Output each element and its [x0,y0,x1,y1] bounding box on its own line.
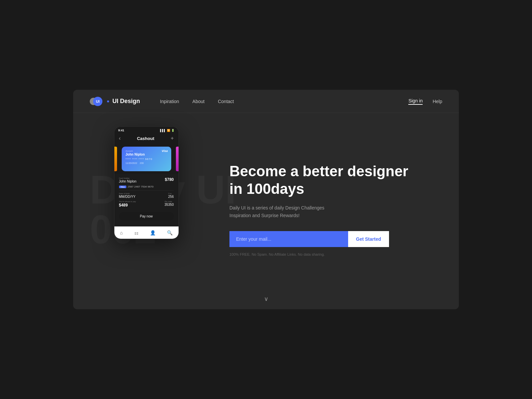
card-side-right [176,147,179,171]
nav-actions: Sign in Help [408,98,442,105]
get-started-button[interactable]: Get Started [348,231,389,247]
zip-label: Zip code [165,200,174,202]
card-holder-form-value: John Niplon [119,180,137,183]
card-holder-name: John Niplon [126,153,167,156]
main-content: Daily UI 002 9:41 ▌▌▌ 🛜 🔋 ‹ Casho [73,113,459,306]
divider [119,190,174,191]
nav-link-contact[interactable]: Contact [218,99,234,104]
card-holder-row: Card Holder John Niplon $780 [119,177,174,183]
card-number: **** **** **** 9670 [126,158,167,161]
nav-link-about[interactable]: About [193,99,205,104]
cvv-value: 256 [168,195,174,199]
nav-home-icon[interactable]: ⌂ [120,230,123,235]
hero-title: Become a better designer in 100days [229,163,442,198]
pay-now-button[interactable]: Pay now [119,212,174,220]
logo-dot [107,100,109,102]
dob-label: Date of birth [119,193,136,195]
signin-button[interactable]: Sign in [408,98,423,105]
nav-link-inspiration[interactable]: Inpiration [160,99,179,104]
card-expiry: 11/20/2022 233 [126,162,167,164]
phone-header: ‹ Cashout + [114,133,179,144]
balance-value: $780 [165,177,174,182]
card-holder-label: Account [126,150,167,152]
nav-links: Inpiration About Contact [160,99,408,104]
logo-circle-blue: UI [93,97,102,106]
phone-mockup: 9:41 ▌▌▌ 🛜 🔋 ‹ Cashout + [114,126,179,239]
card-side-left [114,147,117,171]
right-content: Become a better designer in 100days Dail… [216,126,442,293]
phone-body: Card Holder John Niplon $780 Visa 2587 2… [114,174,179,226]
back-button[interactable]: ‹ [119,135,121,141]
dob-cvv-row: Date of birth MM/DD/YY Cvv 256 [119,193,174,199]
cashout-title: Cashout [137,136,154,141]
nav-profile-icon[interactable]: 👤 [150,230,156,235]
logo-circles: UI [90,97,103,106]
visa-badge: Visa [119,186,126,188]
status-icons: ▌▌▌ 🛜 🔋 [160,129,174,132]
card-num-row: Visa 2587 2467 7534 9670 [119,185,174,188]
scroll-indicator: ∨ [264,295,268,303]
add-button[interactable]: + [171,135,174,141]
card-area: Visa Account John Niplon **** **** **** … [114,144,179,174]
phone-bottom-nav: ⌂ ⚏ 👤 🔍 [114,226,179,239]
zip-value: 35350 [165,203,174,206]
credit-card: Visa Account John Niplon **** **** **** … [122,147,171,171]
pay-amount: $489 [119,203,136,207]
email-input[interactable] [229,231,348,247]
status-time: 9:41 [118,129,124,132]
main-window: UI UI Design Inpiration About Contact Si… [73,90,459,309]
phone-area: Daily UI 002 9:41 ▌▌▌ 🛜 🔋 ‹ Casho [90,126,203,293]
pay-label: You're about to pay [119,200,136,202]
status-bar: 9:41 ▌▌▌ 🛜 🔋 [114,127,179,133]
nav-chart-icon[interactable]: ⚏ [134,230,139,235]
card-holder-form-label: Card Holder [119,177,137,179]
fine-print: 100% FREE. No Spam. No Affiliate Links. … [229,252,442,256]
card-brand: Visa [162,149,168,153]
card-number-full: 2587 2467 7534 9670 [128,185,154,188]
dob-value: MM/DD/YY [119,195,136,199]
email-row: Get Started [229,231,389,247]
navbar: UI UI Design Inpiration About Contact Si… [73,90,459,113]
pay-zip-row: You're about to pay $489 Zip code 35350 [119,200,174,207]
logo-area: UI UI Design [90,97,140,106]
logo-text: UI Design [112,98,140,105]
hero-subtitle: Daily UI is a series of daily Design Cha… [229,204,342,219]
cvv-label: Cvv [168,193,174,195]
nav-search-icon[interactable]: 🔍 [167,230,173,235]
help-link[interactable]: Help [433,99,442,104]
